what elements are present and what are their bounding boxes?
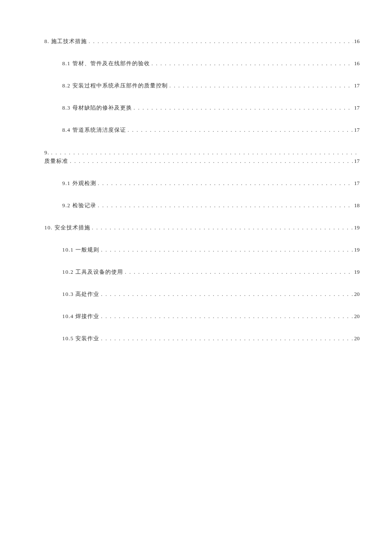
toc-page-number: 19: [353, 246, 360, 253]
toc-label: 8.3 母材缺陷的修补及更换: [62, 104, 132, 112]
toc-page-number: 16: [353, 38, 360, 45]
toc-leader-dots: [123, 269, 353, 275]
toc-entry: 8. 施工技术措施 16: [44, 38, 360, 45]
toc-page-number: 20: [353, 291, 360, 298]
toc-leader-dots: [68, 157, 353, 165]
toc-entry: 10.4 焊接作业 20: [62, 313, 360, 320]
toc-leader-dots: [150, 60, 354, 67]
toc-label: 8.4 管道系统清洁度保证: [62, 126, 126, 134]
toc-entry: 9.1 外观检测 17: [62, 180, 360, 187]
toc-entry: 10.5 安装作业 20: [62, 335, 360, 342]
toc-page-number: 18: [353, 202, 360, 209]
toc-entry-wrapped: 9. 质量标准 17: [44, 148, 360, 165]
toc-leader-dots: [96, 180, 354, 187]
toc-label: 质量标准: [44, 157, 68, 165]
toc-leader-dots: [87, 38, 353, 45]
toc-entry: 9.2 检验记录 18: [62, 202, 360, 209]
toc-label: 10. 安全技术措施: [44, 224, 90, 232]
toc-leader-dots: [90, 224, 354, 231]
toc-entry: 10.2 工具及设备的使用 19: [62, 268, 360, 276]
toc-label: 9.1 外观检测: [62, 180, 96, 187]
toc-label: 9.2 检验记录: [62, 202, 96, 209]
toc-label: 9.: [44, 148, 49, 157]
toc-leader-dots: [99, 291, 353, 298]
toc-page-number: 20: [353, 335, 360, 342]
toc-page-number: 17: [353, 180, 360, 187]
toc-entry: 8.4 管道系统清洁度保证 17: [62, 126, 360, 134]
toc-leader-dots: [99, 313, 353, 320]
toc-page-number: 20: [353, 313, 360, 320]
toc-page-number: 17: [353, 127, 360, 133]
table-of-contents: 8. 施工技术措施 16 8.1 管材、管件及在线部件的验收 16 8.2 安装…: [44, 38, 360, 342]
toc-leader-dots: [132, 104, 354, 111]
toc-label: 8. 施工技术措施: [44, 38, 87, 45]
toc-entry: 8.2 安装过程中系统承压部件的质量控制 17: [62, 82, 360, 90]
toc-entry: 8.3 母材缺陷的修补及更换 17: [62, 104, 360, 112]
toc-leader-dots: [168, 82, 354, 89]
toc-leader-dots: [126, 127, 354, 133]
toc-page-number: 19: [353, 269, 360, 275]
toc-leader-dots: [99, 335, 353, 342]
toc-leader-dots: [49, 148, 360, 157]
toc-leader-dots: [99, 246, 353, 253]
toc-page-number: 16: [353, 60, 360, 67]
toc-label: 8.1 管材、管件及在线部件的验收: [62, 60, 150, 67]
toc-label: 10.3 高处作业: [62, 290, 99, 298]
toc-label: 10.1 一般规则: [62, 246, 99, 254]
toc-label: 10.4 焊接作业: [62, 313, 99, 320]
toc-label: 10.2 工具及设备的使用: [62, 268, 123, 276]
toc-page-number: 17: [353, 104, 360, 111]
toc-page-number: 17: [353, 82, 360, 89]
toc-entry: 10. 安全技术措施 19: [44, 224, 360, 232]
toc-page-number: 19: [353, 224, 360, 231]
toc-entry: 8.1 管材、管件及在线部件的验收 16: [62, 60, 360, 67]
toc-leader-dots: [96, 202, 354, 209]
toc-page-number: 17: [353, 157, 360, 165]
toc-label: 10.5 安装作业: [62, 335, 99, 342]
toc-label: 8.2 安装过程中系统承压部件的质量控制: [62, 82, 168, 90]
toc-entry: 10.1 一般规则 19: [62, 246, 360, 254]
toc-entry: 10.3 高处作业 20: [62, 290, 360, 298]
